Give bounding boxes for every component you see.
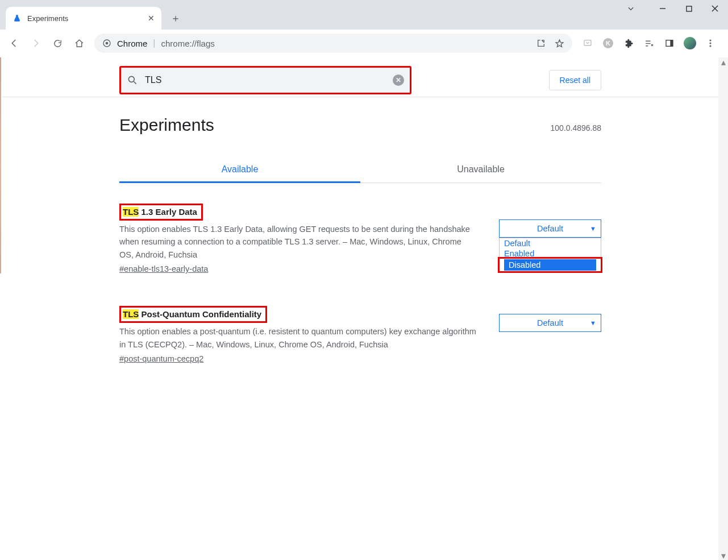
search-match: TLS xyxy=(123,309,139,319)
left-edge-strip xyxy=(0,57,1,273)
address-bar[interactable]: Chrome | chrome://flags xyxy=(94,34,572,53)
dropdown-option-disabled-highlight: Disabled xyxy=(498,257,602,273)
reset-all-button[interactable]: Reset all xyxy=(549,70,601,90)
svg-point-9 xyxy=(709,39,711,41)
tab-unavailable[interactable]: Unavailable xyxy=(360,157,601,182)
omnibox-url: chrome://flags xyxy=(161,39,531,48)
vertical-scrollbar[interactable]: ▴ ▾ xyxy=(718,57,728,560)
bookmark-star-icon[interactable] xyxy=(555,39,564,48)
flag-item: TLS 1.3 Early Data This option enables T… xyxy=(119,204,601,274)
window-controls xyxy=(618,0,728,17)
svg-point-11 xyxy=(709,45,711,47)
close-icon[interactable]: ✕ xyxy=(148,14,155,23)
chrome-version: 100.0.4896.88 xyxy=(550,123,601,132)
svg-rect-4 xyxy=(584,40,591,45)
flags-search-input[interactable] xyxy=(144,74,387,86)
clear-search-icon[interactable]: ✕ xyxy=(393,74,404,86)
svg-rect-1 xyxy=(687,6,692,11)
dropdown-option-disabled[interactable]: Disabled xyxy=(504,259,596,271)
omnibox-separator: | xyxy=(153,38,155,48)
flag-title-highlight: TLS 1.3 Early Data xyxy=(119,204,203,221)
svg-text:K: K xyxy=(606,40,610,47)
search-match: TLS xyxy=(123,207,139,217)
tab-strip: Experiments ✕ ＋ xyxy=(0,0,728,30)
svg-point-3 xyxy=(106,42,109,45)
tab-available[interactable]: Available xyxy=(119,157,360,183)
chevron-down-icon: ▼ xyxy=(590,225,596,232)
flag-title-highlight: TLS Post-Quantum Confidentiality xyxy=(119,306,267,323)
tab-title: Experiments xyxy=(27,14,142,23)
svg-point-10 xyxy=(709,42,711,44)
scroll-up-icon[interactable]: ▴ xyxy=(719,57,727,67)
flag-description: This option enables a post-quantum (i.e.… xyxy=(119,325,477,351)
flag-state-select[interactable]: Default ▼ xyxy=(499,219,601,238)
back-button[interactable] xyxy=(5,34,24,53)
sidepanel-icon[interactable] xyxy=(660,34,679,53)
omnibox-site: Chrome xyxy=(117,39,147,48)
browser-tab[interactable]: Experiments ✕ xyxy=(6,7,161,30)
close-window-button[interactable] xyxy=(702,0,728,17)
dropdown-option-default[interactable]: Default xyxy=(500,238,601,248)
reload-button[interactable] xyxy=(48,34,67,53)
flag-state-value: Default xyxy=(537,224,563,233)
flag-permalink[interactable]: #post-quantum-cecpq2 xyxy=(119,354,203,363)
tab-bar: Available Unavailable xyxy=(119,157,601,183)
media-icon[interactable] xyxy=(639,34,659,53)
tab-list-chevron-icon[interactable] xyxy=(618,0,644,17)
svg-line-13 xyxy=(134,81,136,84)
forward-button[interactable] xyxy=(26,34,45,53)
home-button[interactable] xyxy=(69,34,89,53)
browser-toolbar: Chrome | chrome://flags K xyxy=(0,30,728,57)
profile-avatar[interactable] xyxy=(680,34,700,53)
new-tab-button[interactable]: ＋ xyxy=(170,11,181,25)
extensions-icon[interactable] xyxy=(619,34,638,53)
page-title: Experiments xyxy=(119,115,601,135)
search-box-highlight: ✕ xyxy=(119,66,411,94)
flag-description: This option enables TLS 1.3 Early Data, … xyxy=(119,223,477,261)
flags-search-box[interactable]: ✕ xyxy=(121,68,410,93)
flask-icon xyxy=(13,14,22,23)
svg-point-12 xyxy=(128,76,134,82)
minimize-button[interactable] xyxy=(650,0,676,17)
flag-permalink[interactable]: #enable-tls13-early-data xyxy=(119,264,208,273)
svg-rect-8 xyxy=(670,40,673,47)
page-viewport: ▴ ▾ ✕ Reset all Experiments 100.0.4896.8 xyxy=(0,57,728,560)
flag-state-select[interactable]: Default ▼ xyxy=(499,314,601,332)
search-icon xyxy=(127,74,138,86)
scroll-down-icon[interactable]: ▾ xyxy=(719,551,727,560)
flag-title: TLS 1.3 Early Data xyxy=(123,207,197,217)
flag-state-dropdown: Default Enabled Disabled xyxy=(499,238,601,272)
flag-item: TLS Post-Quantum Confidentiality This op… xyxy=(119,306,601,364)
kebab-menu-icon[interactable] xyxy=(701,34,720,53)
pocket-icon[interactable] xyxy=(578,34,597,53)
maximize-button[interactable] xyxy=(676,0,702,17)
k-extension-icon[interactable]: K xyxy=(598,34,618,53)
share-icon[interactable] xyxy=(536,39,546,48)
flag-state-value: Default xyxy=(537,318,563,327)
flags-top-bar: ✕ Reset all xyxy=(2,57,718,97)
chrome-icon xyxy=(102,39,111,48)
chevron-down-icon: ▼ xyxy=(590,320,596,326)
flag-title: TLS Post-Quantum Confidentiality xyxy=(123,309,261,319)
